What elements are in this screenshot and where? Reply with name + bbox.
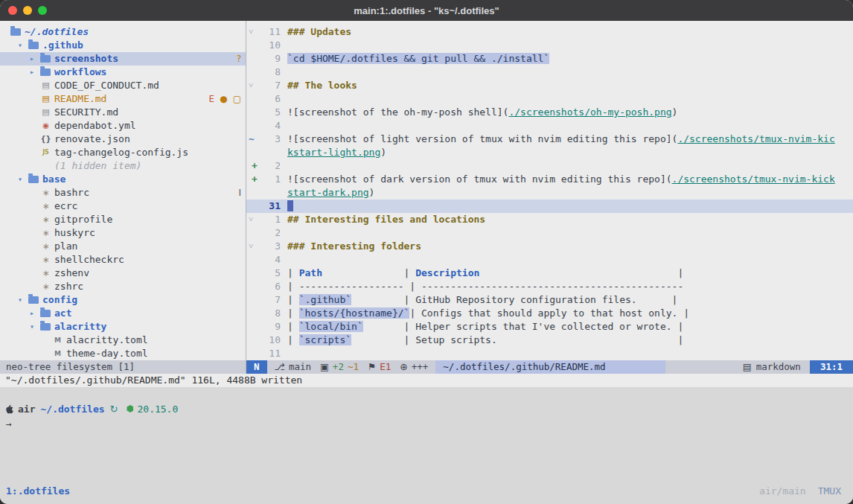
editor-line[interactable]: 5![screenshot of the oh-my-posh shell](.… [246,106,853,119]
syntax-span: | [287,321,299,332]
tree-item[interactable]: ▤CODE_OF_CONDUCT.md [0,79,246,92]
editor-line[interactable]: 4 [246,119,853,133]
tree-item[interactable]: ∗zshenv [0,267,246,280]
tree-item[interactable]: ◉dependabot.yml [0,119,246,133]
chevron-right-icon[interactable]: ▸ [30,52,40,66]
editor-line[interactable]: 6 [246,92,853,106]
status-badge: E [209,92,215,106]
editor-line[interactable]: 5| Path | Description | [246,267,853,280]
tree-item[interactable]: Mtheme-day.toml [0,347,246,360]
gutter [246,347,258,360]
editor-line[interactable]: 7| `.github` | GitHub Repository configu… [246,293,853,307]
line-text: ### Updates [281,25,853,39]
neotree-statusline-text: neo-tree filesystem [1] [6,361,135,372]
syntax-span: | [479,267,683,278]
md-file-icon: ▤ [40,106,51,119]
editor-line[interactable]: +2 [246,159,853,173]
editor-line[interactable]: ˅11### Updates [246,25,853,39]
editor-line[interactable]: kstart-light.png) [246,146,853,159]
chevron-down-icon[interactable]: ▾ [18,293,28,307]
editor-line[interactable]: 31 [246,200,853,213]
prompt-cwd: ~/.dotfiles [40,403,104,415]
editor-line[interactable]: ˅7## The looks [246,79,853,92]
line-number: 4 [258,119,281,133]
chevron-down-icon[interactable]: ▾ [18,173,28,186]
line-number: 11 [258,347,281,360]
gutter [246,267,258,280]
tree-item[interactable]: (1 hidden item) [0,159,246,173]
tree-item-label: zshenv [54,267,89,280]
tree-item[interactable]: ▸screenshots? [0,52,246,66]
tree-item[interactable]: ▤SECURITY.md [0,106,246,119]
editor-line[interactable]: 8 [246,66,853,79]
tree-item[interactable]: ▾.github [0,39,246,52]
editor-line[interactable]: 4 [246,253,853,267]
tree-item[interactable]: ~/.dotfiles [0,25,246,39]
syntax-span: | [287,267,299,278]
tree-item[interactable]: ▾alacritty [0,320,246,334]
editor-line[interactable]: ˅3### Interesting folders [246,240,853,253]
tree-item[interactable]: ∗ecrc [0,200,246,213]
line-number: 2 [258,226,281,240]
close-button[interactable] [8,6,17,15]
editor-line[interactable]: 10 [246,39,853,52]
editor-line[interactable]: 11 [246,347,853,360]
statusline-spacer [665,360,734,374]
gutter [246,39,258,52]
tree-item[interactable]: Malacritty.toml [0,334,246,347]
syntax-span: | [287,334,299,345]
tree-item[interactable]: ∗plan [0,240,246,253]
minimize-button[interactable] [23,6,32,15]
line-number: 3 [258,133,281,146]
tree-item[interactable]: JStag-changelog-config.js [0,146,246,159]
zoom-button[interactable] [38,6,47,15]
tree-item[interactable]: ▸act [0,307,246,320]
editor-line[interactable]: start-dark.png) [246,186,853,200]
editor-lines[interactable]: ˅11### Updates109`cd $HOME/.dotfiles && … [246,21,853,360]
syntax-span: ) [672,106,678,118]
tree-item[interactable]: ∗huskyrc [0,226,246,240]
line-text: ![screenshot of the oh-my-posh shell](./… [281,106,853,119]
tree-item[interactable]: ▾config [0,293,246,307]
tree-item[interactable]: ∗gitprofile [0,213,246,226]
neotree-statusline: neo-tree filesystem [1] [0,360,246,374]
tmux-window-tab[interactable]: 1:.dotfiles [6,485,70,497]
rc-file-icon: ∗ [40,253,51,267]
diff-changed: ~1 [348,360,359,374]
md-file-icon: ▤ [40,92,51,106]
toml-file-icon: M [52,347,63,360]
tree-item[interactable]: {}renovate.json [0,133,246,146]
tree-item[interactable]: ▤README.mdE●▢ [0,92,246,106]
chevron-right-icon[interactable]: ▸ [30,307,40,320]
chevron-down-icon[interactable]: ▾ [18,39,28,52]
tree-item[interactable]: ∗zshrc [0,280,246,293]
tree-item-label: base [42,173,66,186]
editor-line[interactable]: 9`cd $HOME/.dotfiles && git pull && ./in… [246,52,853,66]
editor-line[interactable]: +1![screenshot of dark version of tmux w… [246,173,853,186]
tree-item[interactable]: ∗shellcheckrc [0,253,246,267]
shell-pane[interactable]: air ~/.dotfiles ↻ 20.15.0 → 1:.dotfiles … [0,387,853,504]
yml-file-icon: ◉ [40,119,51,133]
folder-icon [40,310,51,317]
tree-item[interactable]: ▾base [0,173,246,186]
chevron-right-icon[interactable]: ▸ [30,66,40,79]
tree-item[interactable]: ∗bashrcI [0,186,246,200]
editor-line[interactable]: ˅1## Interesting files and locations [246,213,853,226]
editor-line[interactable]: 9| `local/bin` | Helper scripts that I'v… [246,320,853,334]
editor-line[interactable]: 2 [246,226,853,240]
chevron-down-icon[interactable]: ▾ [30,320,40,334]
rc-file-icon: ∗ [40,240,51,253]
editor-line[interactable]: 8| `hosts/{hostname}/`| Configs that sho… [246,307,853,320]
line-text: ![screenshot of light version of tmux wi… [281,133,853,146]
gutter [246,52,258,66]
editor-line[interactable]: 6| ------------------ | ----------------… [246,280,853,293]
tree-item[interactable]: ▸workflows [0,66,246,79]
line-text [281,226,853,240]
git-branch-icon: ⎇ [275,360,285,374]
statusline-info: ⎇main ▣+2~1 ⚑E1 ⊕+++ [267,360,436,374]
editor-line[interactable]: 10| `scripts` | Setup scripts. | [246,334,853,347]
tree-item-label: act [54,307,71,320]
syntax-span: ## Interesting files and locations [287,214,485,225]
line-text: ## Interesting files and locations [281,213,853,226]
editor-line[interactable]: ~3![screenshot of light version of tmux … [246,133,853,146]
